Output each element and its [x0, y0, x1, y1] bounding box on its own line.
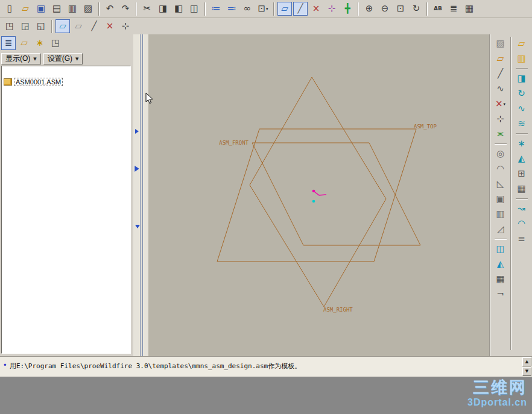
asm-top-label[interactable]: ASM_TOP [414, 124, 437, 130]
annotation-toggle[interactable]: AB [431, 2, 445, 16]
flex-icon: ↝ [518, 204, 525, 213]
zoom-in-button[interactable]: ⊕ [362, 2, 376, 16]
window-activate-button[interactable]: ◱ [34, 19, 48, 33]
regenerate-button[interactable]: ≔ [209, 2, 223, 16]
datum-axis-display-toggle[interactable]: ╱ [293, 2, 308, 16]
csys-display-toggle[interactable]: ⊹ [325, 2, 339, 16]
sketch-tool[interactable]: ▱ [71, 19, 86, 33]
redo-button[interactable]: ↷ [118, 2, 133, 16]
trim-tool[interactable]: ◭ [493, 257, 508, 271]
toolbar-separator [495, 239, 507, 240]
undo-button[interactable]: ↶ [103, 2, 117, 16]
tree-item-asm0001[interactable]: ASM0001.ASM [2, 77, 130, 87]
wrap-tool[interactable]: ◠ [515, 217, 529, 231]
connections-button[interactable]: ◳ [48, 36, 63, 50]
pattern-tool-2[interactable]: ▦ [515, 182, 529, 196]
analysis-tool[interactable]: ≍ [493, 127, 508, 141]
new-file-button[interactable]: ▯ [2, 2, 17, 16]
refit-button[interactable]: ⊡ [393, 2, 408, 16]
surface-tool[interactable]: ◭ [515, 152, 529, 166]
settings-dropdown[interactable]: 设置(G) ▼ [43, 53, 83, 64]
create-component-button[interactable]: ▥ [515, 52, 529, 66]
reorient-button[interactable]: ↻ [409, 2, 423, 16]
datum-point-tool[interactable]: ×▾ [493, 97, 508, 111]
scroll-down-button[interactable]: ▼ [522, 367, 531, 376]
copy-icon: ◨ [159, 4, 167, 13]
datum-curve-tool[interactable]: ∿ [493, 82, 508, 96]
flex-tool[interactable]: ↝ [515, 202, 529, 216]
datum-plane-tool[interactable]: ▱ [55, 19, 70, 33]
assembly-icon [4, 78, 12, 86]
datum-axis-tool[interactable]: ╱ [87, 19, 101, 33]
asm-top-plane[interactable] [217, 129, 416, 262]
window-tile-button[interactable]: ◲ [18, 19, 33, 33]
selection-filter-button[interactable]: ⊡▾ [256, 2, 270, 16]
asm-right-plane[interactable] [250, 77, 386, 307]
rib-tool[interactable]: ▥ [493, 207, 508, 221]
datum-axis-tool[interactable]: ╱ [493, 67, 508, 81]
blend-tool[interactable]: ≋ [515, 117, 529, 131]
sketch-tool[interactable]: ▨ [493, 37, 508, 51]
chevron-down-icon: ▼ [75, 57, 78, 61]
layers-button[interactable]: ≣ [446, 2, 461, 16]
search-button[interactable]: ∞ [240, 2, 255, 16]
datum-point-display-toggle[interactable]: × [309, 2, 323, 16]
cut-button[interactable]: ✂ [140, 2, 154, 16]
splitter-collapse-arrow-icon[interactable] [135, 225, 140, 228]
datum-plane-tool[interactable]: ▱ [493, 52, 508, 66]
send-model-button[interactable]: ▨ [81, 2, 95, 16]
favorites-button[interactable]: ∗ [33, 36, 47, 50]
message-scrollbar[interactable]: ▲ ▼ [522, 357, 531, 376]
window-icon: ◳ [5, 22, 14, 31]
watermark-line1: 三维网 [467, 379, 527, 397]
merge-tool[interactable]: ⊞ [515, 167, 529, 181]
dropdown-arrow-icon: ▾ [266, 7, 268, 11]
csys-axis-point[interactable] [312, 200, 315, 203]
shell-tool[interactable]: ▣ [493, 192, 508, 206]
watermark-line2: 3Dportal.cn [467, 397, 527, 408]
spin-center-toggle[interactable]: ╋ [340, 2, 355, 16]
assemble-component-button[interactable]: ▱ [515, 37, 529, 51]
draft-tool[interactable]: ◿ [493, 222, 508, 236]
datum-point-tool[interactable]: × [103, 19, 117, 33]
panel-splitter[interactable] [133, 34, 148, 356]
paste-special-button[interactable]: ◫ [187, 2, 201, 16]
sweep-tool[interactable]: ∿ [515, 102, 529, 116]
window-cascade-button[interactable]: ◳ [2, 19, 17, 33]
revolve-tool[interactable]: ↻ [515, 87, 529, 101]
splitter-collapse-arrow-icon[interactable] [135, 129, 139, 134]
offset-icon: ≡ [518, 234, 525, 243]
model-player-button[interactable]: ≕ [224, 2, 239, 16]
print-button[interactable]: ▤ [49, 2, 64, 16]
datum-plane-display-toggle[interactable]: ▱ [277, 2, 292, 16]
folder-browser-button[interactable]: ▱ [17, 36, 31, 50]
datum-csys-tool[interactable]: ⊹ [118, 19, 133, 33]
offset-tool[interactable]: ≡ [515, 232, 529, 246]
print-preview-button[interactable]: ▥ [65, 2, 80, 16]
copy-button[interactable]: ◨ [156, 2, 170, 16]
view-manager-button[interactable]: ▦ [462, 2, 477, 16]
style-tool[interactable]: ∗ [515, 137, 529, 151]
datum-axis-icon: ╱ [91, 22, 97, 31]
model-tree-toggle[interactable]: ≣ [1, 36, 16, 50]
zoom-out-button[interactable]: ⊖ [378, 2, 392, 16]
mirror-tool[interactable]: ◫ [493, 242, 508, 256]
splitter-collapse-arrow-icon[interactable] [135, 166, 139, 172]
asm-front-label[interactable]: ASM_FRONT [219, 140, 249, 146]
show-dropdown[interactable]: 显示(O) ▼ [1, 53, 41, 64]
scroll-up-button[interactable]: ▲ [522, 357, 531, 366]
datum-csys-tool[interactable]: ⊹ [493, 112, 508, 126]
hole-tool[interactable]: ◎ [493, 147, 508, 161]
round-tool[interactable]: ◠ [493, 162, 508, 176]
graphics-area[interactable]: ASM_FRONT ASM_TOP ASM_RIGHT [148, 34, 490, 356]
default-csys[interactable] [312, 190, 326, 203]
note-tool[interactable]: ¬ [493, 287, 508, 301]
pattern-tool[interactable]: ▦ [493, 272, 508, 286]
paste-button[interactable]: ◧ [171, 2, 186, 16]
reorient-icon: ↻ [413, 4, 420, 13]
asm-right-label[interactable]: ASM_RIGHT [323, 307, 353, 313]
open-file-button[interactable]: ▱ [18, 2, 33, 16]
extrude-tool[interactable]: ◨ [515, 72, 529, 86]
save-button[interactable]: ▣ [34, 2, 48, 16]
chamfer-tool[interactable]: ◺ [493, 177, 508, 191]
